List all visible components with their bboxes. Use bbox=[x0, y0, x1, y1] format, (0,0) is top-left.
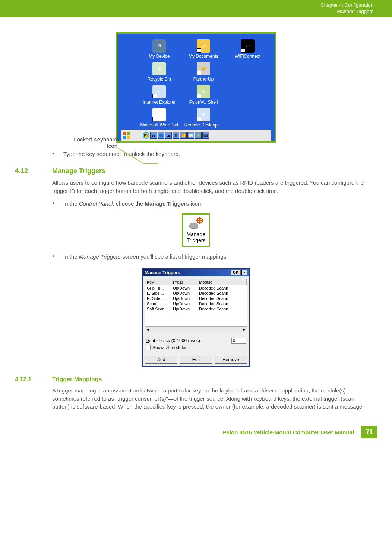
tray-icon: 🖧 bbox=[150, 132, 157, 139]
header-section: Manage Triggers bbox=[320, 9, 373, 15]
desktop-icon: e↗Internet Explorer bbox=[138, 85, 181, 105]
desktop-icon: ↩↗WiFiConnect bbox=[226, 39, 269, 59]
column-header-module[interactable]: Module bbox=[197, 279, 247, 285]
trigger-list-header: Key Press Module bbox=[145, 279, 247, 285]
shortcut-overlay-icon: ↗ bbox=[152, 94, 157, 98]
system-tray: FN🖧🔵☁⊞📶📊🔋⌨ bbox=[143, 132, 209, 139]
body-area: • Type the key sequence to unlock the ke… bbox=[52, 150, 370, 158]
window-button-row: Add Edit Remove bbox=[145, 356, 247, 364]
desktop-icon: 🖥↗Remote Desktop ... bbox=[182, 108, 225, 128]
tray-icon: 📶 bbox=[180, 132, 187, 139]
scroll-left-icon[interactable]: ◄ bbox=[146, 328, 149, 331]
bullet-text: Type the key sequence to unlock the keyb… bbox=[63, 150, 370, 158]
subsection-title: Trigger Mappings bbox=[52, 376, 377, 383]
show-all-row: Show all modules bbox=[146, 345, 246, 350]
manage-triggers-window-wrap: Manage Triggers OK × Key Press Module Gr… bbox=[15, 268, 377, 367]
header-chapter: Chapter 4: Configuration bbox=[320, 2, 373, 9]
bullet-unlock-keyboard: • Type the key sequence to unlock the ke… bbox=[52, 150, 370, 158]
close-button[interactable]: × bbox=[241, 270, 247, 275]
horizontal-scrollbar[interactable]: ◄ ► bbox=[145, 326, 247, 332]
cell-key: Grip Tri... bbox=[145, 285, 171, 291]
show-all-checkbox[interactable] bbox=[146, 345, 151, 350]
desktop-icon: 📁↗My Documents bbox=[182, 39, 225, 59]
edit-button[interactable]: Edit bbox=[180, 356, 212, 364]
trigger-mappings-text: A trigger mapping is an association betw… bbox=[52, 387, 370, 411]
trigger-list-body[interactable]: Grip Tri...Up/DownDecoded ScannL. Side .… bbox=[145, 285, 247, 326]
cell-press: Up/Down bbox=[171, 296, 197, 301]
svg-point-5 bbox=[189, 223, 198, 228]
cell-module: Decoded Scann bbox=[197, 301, 247, 306]
header-bar: Chapter 4: Configuration Manage Triggers bbox=[0, 0, 392, 17]
add-button[interactable]: Add bbox=[145, 356, 177, 364]
shortcut-overlay-icon: ↗ bbox=[197, 71, 201, 75]
cell-module: Decoded Scann bbox=[197, 296, 247, 301]
shortcut-overlay-icon: ↗ bbox=[152, 117, 157, 121]
desktop-screenshot-wrap: Locked Keyboard Icon 🖥My Device📁↗My Docu… bbox=[15, 32, 377, 143]
cell-module: Decoded Scann bbox=[197, 291, 247, 296]
desktop-icon-label: My Device bbox=[149, 54, 170, 59]
desktop-icon-glyph-icon: e↗ bbox=[152, 85, 166, 98]
tray-icon: ☁ bbox=[165, 132, 172, 139]
double-click-input[interactable] bbox=[231, 338, 246, 344]
cell-module: Decoded Scann bbox=[197, 285, 247, 291]
table-row[interactable]: R. Side ...Up/DownDecoded Scann bbox=[145, 296, 247, 301]
double-click-label: Double-click (0-1000 msec): bbox=[146, 338, 231, 343]
cell-key: Scan bbox=[145, 301, 171, 306]
bullet-marker: • bbox=[52, 200, 63, 208]
section-title: Manage Triggers bbox=[52, 167, 377, 175]
desktop-icon-glyph-icon: 🖥 bbox=[152, 39, 166, 53]
tray-icon: 📊 bbox=[187, 132, 194, 139]
desktop-icon-label: Recycle Bin bbox=[148, 76, 171, 82]
column-header-key[interactable]: Key bbox=[145, 279, 171, 285]
bullet-text: In the Manage Triggers screen you'll see… bbox=[63, 253, 370, 261]
cell-module: Decoded Scann bbox=[197, 306, 247, 312]
page-footer: Psion 8516 Vehicle-Mount Computer User M… bbox=[0, 418, 392, 446]
table-row[interactable]: L. Side ...Up/DownDecoded Scann bbox=[145, 291, 247, 296]
desktop-background: 🖥My Device📁↗My Documents↩↗WiFiConnect♻Re… bbox=[117, 34, 275, 141]
mt-icon-label-1: Manage bbox=[187, 231, 206, 238]
desktop-icon: ⚙↗PsionVU Shell bbox=[182, 85, 225, 105]
remove-button[interactable]: Remove bbox=[215, 356, 247, 364]
tray-icon: 🔵 bbox=[158, 132, 164, 139]
section-4-12-1-body: A trigger mapping is an association betw… bbox=[52, 387, 370, 411]
cell-press: Up/Down bbox=[171, 291, 197, 296]
table-row[interactable]: Grip Tri...Up/DownDecoded Scann bbox=[145, 285, 247, 291]
section-4-12-body: Allows users to configure how barcode sc… bbox=[52, 179, 370, 207]
cell-key: Soft Scan bbox=[145, 306, 171, 312]
footer-page-number: 71 bbox=[361, 426, 377, 438]
manage-triggers-window: Manage Triggers OK × Key Press Module Gr… bbox=[142, 268, 250, 367]
tray-icon: ⊞ bbox=[173, 132, 179, 139]
desktop-icon-label: Internet Explorer bbox=[143, 100, 176, 105]
shortcut-overlay-icon: ↗ bbox=[197, 94, 201, 98]
window-titlebar: Manage Triggers OK × bbox=[143, 269, 249, 276]
desktop-icon: 🤝↗PartnerUp bbox=[182, 62, 225, 82]
table-row[interactable]: Soft ScanUp/DownDecoded Scann bbox=[145, 306, 247, 312]
table-row[interactable]: ScanUp/DownDecoded Scann bbox=[145, 301, 247, 306]
section-4-12-body-2: • In the Manage Triggers screen you'll s… bbox=[52, 253, 370, 261]
callout-line2: Icon bbox=[107, 143, 117, 149]
desktop-icon-grid: 🖥My Device📁↗My Documents↩↗WiFiConnect♻Re… bbox=[121, 37, 271, 130]
page-body: Locked Keyboard Icon 🖥My Device📁↗My Docu… bbox=[0, 17, 392, 418]
cell-press: Up/Down bbox=[171, 306, 197, 312]
trigger-list: Key Press Module Grip Tri...Up/DownDecod… bbox=[145, 279, 247, 332]
ok-button[interactable]: OK bbox=[231, 270, 240, 275]
desktop-icon-label: PsionVU Shell bbox=[189, 100, 218, 105]
svg-rect-0 bbox=[123, 132, 126, 135]
shortcut-overlay-icon: ↗ bbox=[241, 48, 246, 53]
desktop-icon-label: WiFiConnect bbox=[235, 54, 260, 59]
cell-press: Up/Down bbox=[171, 301, 197, 306]
bullet-control-panel: • In the Control Panel, choose the Manag… bbox=[52, 200, 370, 208]
scroll-right-icon[interactable]: ► bbox=[243, 328, 246, 331]
callout-line1: Locked Keyboard bbox=[74, 136, 117, 143]
column-header-press[interactable]: Press bbox=[171, 279, 197, 285]
tray-icon: 🔋 bbox=[195, 132, 202, 139]
desktop-icon-glyph-icon: ↩↗ bbox=[241, 39, 255, 53]
show-all-label: Show all modules bbox=[152, 345, 246, 350]
shortcut-overlay-icon: ↗ bbox=[197, 48, 201, 53]
svg-rect-1 bbox=[127, 132, 130, 135]
svg-rect-3 bbox=[127, 136, 130, 139]
svg-rect-2 bbox=[123, 136, 126, 139]
desktop-icon: ♻Recycle Bin bbox=[138, 62, 181, 82]
cell-press: Up/Down bbox=[171, 285, 197, 291]
desktop-icon-glyph-icon: W↗ bbox=[152, 108, 166, 121]
